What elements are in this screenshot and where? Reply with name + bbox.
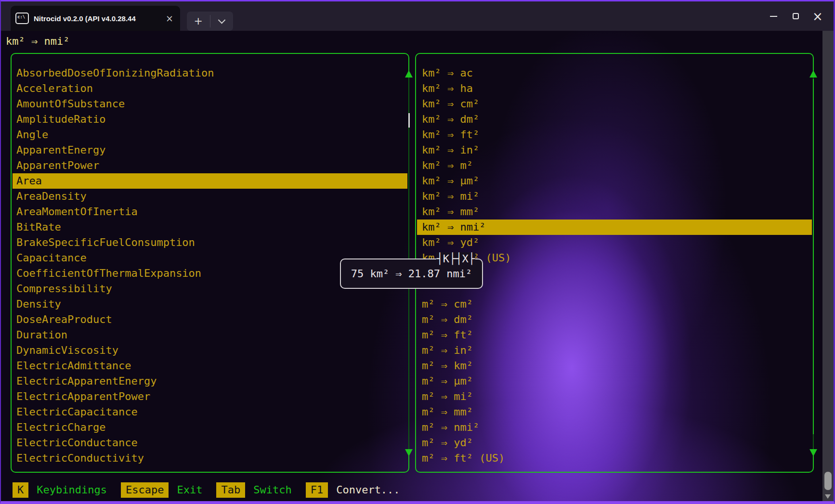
chevron-down-icon — [218, 16, 225, 24]
list-item[interactable]: Acceleration — [13, 81, 407, 96]
list-item[interactable]: m² ⇒ km² — [417, 358, 812, 374]
tab-dropdown-button[interactable] — [210, 12, 234, 31]
list-item[interactable]: Area — [13, 173, 407, 189]
list-item[interactable]: m² ⇒ mm² — [417, 404, 812, 420]
list-item[interactable]: m² ⇒ mi² — [417, 389, 812, 404]
list-item[interactable]: km² ⇒ ha — [417, 81, 812, 96]
tab-close-icon[interactable]: × — [164, 14, 175, 23]
scrollbar-thumb[interactable] — [813, 79, 814, 434]
list-item[interactable]: ElectricConductivity — [13, 451, 407, 466]
key-action-label: Convert... — [336, 483, 400, 497]
list-item[interactable]: km² ⇒ nmi² — [417, 220, 812, 235]
list-item[interactable]: ElectricAdmittance — [13, 358, 407, 374]
list-item[interactable]: km² ⇒ yd² — [417, 235, 812, 250]
list-item[interactable]: ElectricCharge — [13, 420, 407, 435]
list-item[interactable]: m² ⇒ dm² — [417, 312, 812, 327]
titlebar: c:\ Nitrocid v0.2.0 (API v4.0.28.44 × + … — [1, 1, 834, 31]
scroll-down-arrow[interactable] — [405, 449, 413, 456]
list-item[interactable]: km² ⇒ dm² — [417, 112, 812, 127]
list-item[interactable]: m² ⇒ nmi² — [417, 420, 812, 435]
scroll-down-arrow[interactable] — [809, 449, 817, 456]
statusbar-keybinding[interactable]: F1Convert... — [306, 482, 400, 498]
terminal-tab[interactable]: c:\ Nitrocid v0.2.0 (API v4.0.28.44 × — [11, 6, 180, 31]
app-window: c:\ Nitrocid v0.2.0 (API v4.0.28.44 × + … — [0, 0, 835, 504]
key-action-label: Keybindings — [37, 483, 107, 497]
list-item[interactable]: m² ⇒ cm² — [417, 297, 812, 312]
conversion-popup: ┤K├┤X├ 75 km² ⇒ 21.87 nmi² — [340, 258, 483, 289]
key-badge[interactable]: K — [13, 482, 28, 498]
list-item[interactable]: AreaDensity — [13, 189, 407, 204]
list-item[interactable]: ApparentEnergy — [13, 142, 407, 158]
list-item[interactable]: AreaMomentOfInertia — [13, 204, 407, 220]
scrollbar-down-arrow[interactable] — [825, 494, 831, 499]
window-controls: × — [762, 1, 829, 31]
list-item[interactable]: ApparentPower — [13, 158, 407, 173]
list-item[interactable]: km² ⇒ ft² — [417, 127, 812, 142]
scrollbar-thumb[interactable] — [824, 472, 832, 490]
scrollbar-thumb[interactable] — [408, 113, 410, 128]
list-item[interactable]: ElectricConductance — [13, 435, 407, 451]
key-action-label: Exit — [177, 483, 202, 497]
list-item[interactable]: m² ⇒ µm² — [417, 374, 812, 389]
tab-title: Nitrocid v0.2.0 (API v4.0.28.44 — [34, 14, 159, 23]
maximize-button[interactable] — [784, 1, 807, 31]
new-tab-button[interactable]: + — [187, 12, 210, 31]
statusbar-keybinding[interactable]: KKeybindings — [13, 482, 107, 498]
list-item[interactable]: ElectricApparentPower — [13, 389, 407, 404]
list-item[interactable]: km² ⇒ in² — [417, 142, 812, 158]
key-badge[interactable]: F1 — [306, 482, 328, 498]
list-item[interactable]: AmplitudeRatio — [13, 112, 407, 127]
terminal-screen: km² ⇒ nmi² AbsorbedDoseOfIonizingRadiati… — [1, 31, 834, 501]
list-item[interactable]: DynamicViscosity — [13, 343, 407, 358]
list-item[interactable]: km² ⇒ ac — [417, 65, 812, 81]
list-item[interactable]: m² ⇒ ft² (US) — [417, 451, 812, 466]
list-item[interactable]: Density — [13, 297, 407, 312]
minimize-icon — [770, 16, 777, 17]
statusbar: KKeybindingsEscapeExitTabSwitchF1Convert… — [13, 482, 400, 498]
list-item[interactable]: DoseAreaProduct — [13, 312, 407, 327]
list-item[interactable]: km² ⇒ mi² — [417, 189, 812, 204]
tab-actions: + — [187, 12, 233, 31]
close-icon: × — [812, 10, 823, 23]
list-item[interactable]: m² ⇒ yd² — [417, 435, 812, 451]
list-item[interactable]: km² ⇒ mm² — [417, 204, 812, 220]
statusbar-keybinding[interactable]: TabSwitch — [216, 482, 291, 498]
conversion-header: km² ⇒ nmi² — [6, 34, 69, 49]
key-badge[interactable]: Tab — [216, 482, 245, 498]
terminal-scrollbar[interactable] — [822, 31, 834, 501]
list-item[interactable]: ElectricApparentEnergy — [13, 374, 407, 389]
key-badge[interactable]: Escape — [121, 482, 169, 498]
close-button[interactable]: × — [807, 1, 829, 31]
list-item[interactable]: km² ⇒ µm² — [417, 173, 812, 189]
cmd-prompt-icon: c:\ — [15, 13, 29, 24]
scroll-up-arrow[interactable] — [405, 70, 413, 78]
conversion-result: 75 km² ⇒ 21.87 nmi² — [351, 268, 472, 280]
list-item[interactable]: AbsorbedDoseOfIonizingRadiation — [13, 65, 407, 81]
key-action-label: Switch — [253, 483, 291, 497]
list-item[interactable]: AmountOfSubstance — [13, 96, 407, 112]
scroll-up-arrow[interactable] — [809, 70, 817, 78]
list-item[interactable]: Duration — [13, 327, 407, 343]
list-item[interactable]: m² ⇒ ft² — [417, 327, 812, 343]
list-item[interactable]: km² ⇒ m² — [417, 158, 812, 173]
statusbar-keybinding[interactable]: EscapeExit — [121, 482, 202, 498]
list-item[interactable]: BitRate — [13, 220, 407, 235]
list-item[interactable]: km² ⇒ cm² — [417, 96, 812, 112]
popup-keybinding-close-buttons[interactable]: ┤K├┤X├ — [436, 252, 475, 266]
list-item[interactable]: BrakeSpecificFuelConsumption — [13, 235, 407, 250]
list-item[interactable]: m² ⇒ in² — [417, 343, 812, 358]
list-item[interactable]: Angle — [13, 127, 407, 142]
minimize-button[interactable] — [762, 1, 784, 31]
list-item[interactable]: ElectricCapacitance — [13, 404, 407, 420]
maximize-icon — [793, 13, 799, 19]
